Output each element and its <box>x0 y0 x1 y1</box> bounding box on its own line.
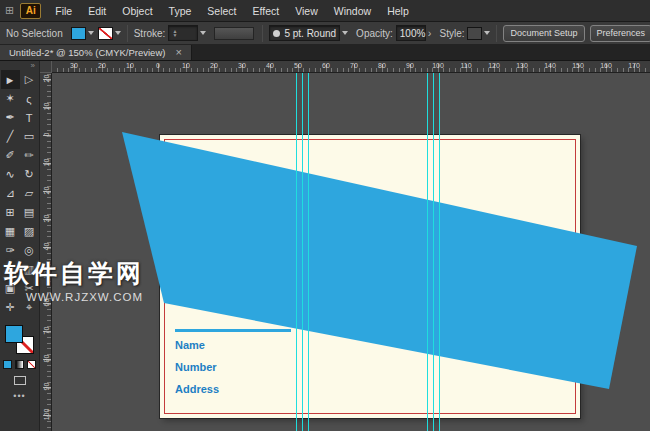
direct-selection-tool[interactable]: ▷ <box>20 70 39 89</box>
canvas[interactable]: NameNumberAddress <box>52 73 650 431</box>
artboard-tool[interactable]: ▣ <box>1 279 20 298</box>
h-ruler-number: 50 <box>294 62 302 69</box>
opacity-input[interactable]: 100% <box>396 25 426 41</box>
blend-tool[interactable]: ◎ <box>20 241 39 260</box>
h-ruler-number: 0 <box>156 62 160 69</box>
field-text-number[interactable]: Number <box>175 361 217 373</box>
magic-wand-tool[interactable]: ✶ <box>1 89 20 108</box>
v-ruler-number: 40 <box>43 239 50 255</box>
none-button[interactable] <box>27 360 36 369</box>
menu-item-object[interactable]: Object <box>114 0 160 22</box>
fill-caret-icon[interactable] <box>88 31 94 35</box>
style-label: Style: <box>439 28 464 39</box>
h-ruler-number: 10 <box>182 62 190 69</box>
menu-item-edit[interactable]: Edit <box>80 0 114 22</box>
stroke-weight-caret-icon[interactable] <box>200 31 206 35</box>
lasso-tool[interactable]: ς <box>20 89 39 108</box>
guide-vertical[interactable] <box>433 73 434 431</box>
slice-tool[interactable]: ✂ <box>20 279 39 298</box>
guide-vertical[interactable] <box>302 73 303 431</box>
v-ruler-number: 20 <box>43 73 50 87</box>
h-ruler-number: 40 <box>266 62 274 69</box>
rotate-tool[interactable]: ↻ <box>20 165 39 184</box>
type-tool[interactable]: T <box>20 108 39 127</box>
symbol-sprayer-tool[interactable]: ❅ <box>1 260 20 279</box>
menu-item-window[interactable]: Window <box>326 0 379 22</box>
gradient-button[interactable] <box>15 360 24 369</box>
shape-builder-tool[interactable]: ⊞ <box>1 203 20 222</box>
guide-vertical[interactable] <box>427 73 428 431</box>
v-ruler-number: 20 <box>43 183 50 199</box>
fill-color-swatch[interactable] <box>71 27 86 40</box>
guide-vertical[interactable] <box>308 73 309 431</box>
screen-mode-button[interactable] <box>14 376 26 385</box>
vertical-ruler[interactable]: 20100102030405060708090100 <box>40 73 52 431</box>
free-transform-tool[interactable]: ▱ <box>20 184 39 203</box>
tools-panel: » ►▷✶ς✒T╱▭✐✏∿↻⊿▱⊞▤▦▨✑◎❅▥▣✂✛⌖ ••• <box>0 61 40 431</box>
menu-item-type[interactable]: Type <box>161 0 200 22</box>
guide-vertical[interactable] <box>296 73 297 431</box>
h-ruler-number: 10 <box>126 62 134 69</box>
illustrator-logo: Ai <box>20 3 41 19</box>
preferences-button[interactable]: Preferences <box>590 25 650 42</box>
style-caret-icon[interactable] <box>484 31 490 35</box>
h-ruler-number: 20 <box>98 62 106 69</box>
v-ruler-number: 50 <box>43 267 50 283</box>
menu-item-select[interactable]: Select <box>199 0 244 22</box>
perspective-grid-tool[interactable]: ▤ <box>20 203 39 222</box>
field-text-address[interactable]: Address <box>175 383 219 395</box>
h-ruler-number: 160 <box>600 62 612 69</box>
guide-vertical[interactable] <box>439 73 440 431</box>
menu-item-file[interactable]: File <box>47 0 80 22</box>
zoom-tool[interactable]: ⌖ <box>20 298 39 317</box>
horizontal-ruler[interactable]: 3020100102030405060708090100110120130140… <box>52 61 650 73</box>
app-grid-icon[interactable]: ⊞ <box>5 4 14 17</box>
h-ruler-number: 100 <box>432 62 444 69</box>
width-tool[interactable]: ∿ <box>1 165 20 184</box>
toolbar-fill-swatch[interactable] <box>5 325 23 343</box>
gradient-tool[interactable]: ▨ <box>20 222 39 241</box>
line-segment-tool[interactable]: ╱ <box>1 127 20 146</box>
document-tab[interactable]: Untitled-2* @ 150% (CMYK/Preview) × <box>0 45 192 60</box>
menu-item-effect[interactable]: Effect <box>245 0 288 22</box>
separator <box>262 25 263 42</box>
tab-close-icon[interactable]: × <box>175 47 181 58</box>
document-setup-button[interactable]: Document Setup <box>503 25 584 42</box>
fill-stroke-widget <box>5 325 34 354</box>
tools-panel-collapse-icon[interactable]: » <box>0 61 39 70</box>
menu-item-help[interactable]: Help <box>379 0 417 22</box>
stroke-caret-icon[interactable] <box>115 31 121 35</box>
menu-item-view[interactable]: View <box>287 0 326 22</box>
eyedropper-tool[interactable]: ✑ <box>1 241 20 260</box>
h-ruler-number: 110 <box>460 62 471 69</box>
variable-width-profile[interactable] <box>214 27 254 40</box>
hand-tool[interactable]: ✛ <box>1 298 20 317</box>
v-ruler-number: 0 <box>43 127 50 143</box>
h-ruler-number: 120 <box>488 62 500 69</box>
column-graph-tool[interactable]: ▥ <box>20 260 39 279</box>
stroke-weight-spinner[interactable]: ▲▼ <box>172 29 177 37</box>
field-text-name[interactable]: Name <box>175 339 205 351</box>
h-ruler-number: 140 <box>544 62 556 69</box>
brush-definition-dropdown[interactable]: 5 pt. Round <box>269 25 340 41</box>
brush-caret-icon[interactable] <box>342 31 348 35</box>
pen-tool[interactable]: ✒ <box>1 108 20 127</box>
style-swatch[interactable] <box>467 27 482 40</box>
rectangle-tool[interactable]: ▭ <box>20 127 39 146</box>
mesh-tool[interactable]: ▦ <box>1 222 20 241</box>
tools-grid: ►▷✶ς✒T╱▭✐✏∿↻⊿▱⊞▤▦▨✑◎❅▥▣✂✛⌖ <box>0 70 39 317</box>
stroke-color-swatch[interactable] <box>98 27 113 40</box>
scale-tool[interactable]: ⊿ <box>1 184 20 203</box>
control-bar: No Selection Stroke: ▲▼ 5 pt. Round Opac… <box>0 22 650 45</box>
selection-status: No Selection <box>6 28 63 39</box>
stroke-weight-input[interactable]: ▲▼ <box>168 25 198 41</box>
selection-tool[interactable]: ► <box>1 70 20 89</box>
brush-name: 5 pt. Round <box>284 28 336 39</box>
more-tools-icon[interactable]: ••• <box>0 391 39 401</box>
ruler-origin-corner[interactable] <box>40 61 52 73</box>
paintbrush-tool[interactable]: ✐ <box>1 146 20 165</box>
pencil-tool[interactable]: ✏ <box>20 146 39 165</box>
opacity-popout-icon[interactable]: › <box>428 28 432 39</box>
color-button[interactable] <box>3 360 12 369</box>
h-ruler-number: 60 <box>322 62 330 69</box>
